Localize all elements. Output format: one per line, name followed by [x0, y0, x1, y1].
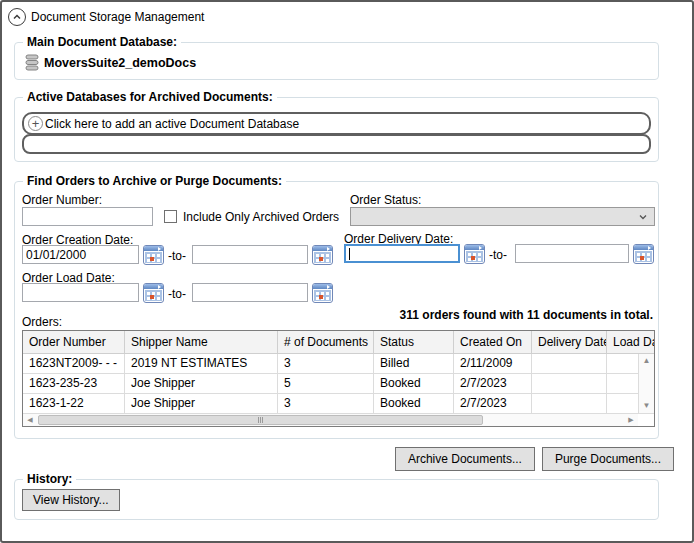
table-row[interactable]: 1623-1-22Joe Shipper3Booked2/7/2023 — [23, 394, 654, 414]
load-date-to-calendar-button[interactable] — [312, 283, 333, 303]
active-databases-group: Active Databases for Archived Documents:… — [14, 97, 659, 162]
table-cell: 1623NT2009- - - — [23, 354, 125, 373]
table-cell: Joe Shipper — [125, 394, 278, 413]
order-number-input[interactable] — [22, 207, 153, 226]
creation-date-to-separator: -to- — [168, 249, 186, 263]
table-cell: 2/7/2023 — [454, 394, 532, 413]
delivery-date-from-input[interactable] — [344, 244, 460, 263]
table-cell: 5 — [278, 374, 374, 393]
load-date-to-input[interactable] — [192, 283, 308, 302]
load-date-from-calendar-button[interactable] — [143, 283, 164, 303]
active-databases-group-label: Active Databases for Archived Documents: — [23, 90, 277, 104]
history-group: History: View History... — [14, 479, 659, 520]
column-header[interactable]: Created On — [454, 331, 532, 353]
main-database-item[interactable]: MoversSuite2_demoDocs — [25, 54, 196, 71]
table-cell — [532, 394, 607, 413]
column-header[interactable]: Load Date — [607, 331, 655, 353]
delivery-date-to-calendar-button[interactable] — [633, 244, 654, 264]
add-document-database-label: Click here to add an active Document Dat… — [45, 117, 299, 131]
table-cell: 3 — [278, 394, 374, 413]
document-storage-management-panel: Document Storage Management Main Documen… — [0, 0, 694, 543]
include-archived-checkbox[interactable] — [164, 210, 177, 223]
delivery-date-to-input[interactable] — [515, 244, 629, 263]
table-cell: 2019 NT ESTIMATES — [125, 354, 278, 373]
column-header[interactable]: # of Documents — [278, 331, 374, 353]
order-number-label: Order Number: — [22, 193, 102, 207]
orders-table-body: 1623NT2009- - -2019 NT ESTIMATES3Billed2… — [23, 354, 654, 414]
include-archived-label: Include Only Archived Orders — [183, 210, 339, 224]
active-databases-list[interactable] — [22, 134, 651, 154]
order-status-label: Order Status: — [350, 193, 421, 207]
main-database-group: Main Document Database: MoversSuite2_dem… — [14, 42, 659, 80]
table-row[interactable]: 1623-235-23Joe Shipper5Booked2/7/2023 — [23, 374, 654, 394]
table-cell — [532, 354, 607, 373]
column-header[interactable]: Delivery Date — [532, 331, 607, 353]
action-buttons-row: Archive Documents... Purge Documents... — [14, 447, 674, 471]
table-row[interactable]: 1623NT2009- - -2019 NT ESTIMATES3Billed2… — [23, 354, 654, 374]
column-header[interactable]: Order Number — [23, 331, 125, 353]
scroll-up-icon[interactable]: ▲ — [639, 354, 654, 368]
history-group-label: History: — [23, 472, 76, 486]
scroll-right-icon[interactable]: ▶ — [624, 414, 638, 426]
main-database-name: MoversSuite2_demoDocs — [44, 56, 196, 70]
creation-date-from-calendar-button[interactable] — [143, 245, 164, 265]
table-cell: 1623-235-23 — [23, 374, 125, 393]
find-orders-group-label: Find Orders to Archive or Purge Document… — [23, 174, 286, 188]
scroll-down-icon[interactable]: ▼ — [639, 399, 654, 413]
horizontal-scrollbar[interactable]: ◀ ▶ — [23, 413, 638, 426]
delivery-date-to-separator: -to- — [489, 248, 507, 262]
table-cell: 2/7/2023 — [454, 374, 532, 393]
column-header[interactable]: Shipper Name — [125, 331, 278, 353]
load-date-to-separator: -to- — [168, 287, 186, 301]
scroll-left-icon[interactable]: ◀ — [23, 414, 37, 426]
archive-documents-button[interactable]: Archive Documents... — [395, 447, 535, 471]
orders-table-header: Order NumberShipper Name# of DocumentsSt… — [23, 331, 654, 354]
table-cell: Booked — [374, 394, 454, 413]
column-header[interactable]: Status — [374, 331, 454, 353]
table-cell: 3 — [278, 354, 374, 373]
table-cell: Billed — [374, 354, 454, 373]
table-cell: Joe Shipper — [125, 374, 278, 393]
chevron-up-icon — [11, 11, 23, 23]
add-document-database-button[interactable]: + Click here to add an active Document D… — [22, 112, 651, 135]
creation-date-from-input[interactable] — [22, 245, 139, 264]
table-cell — [532, 374, 607, 393]
plus-icon: + — [28, 116, 43, 131]
text-caret — [349, 248, 350, 260]
orders-label: Orders: — [22, 315, 62, 329]
orders-table: Order NumberShipper Name# of DocumentsSt… — [22, 330, 655, 427]
chevron-down-icon — [638, 213, 648, 221]
view-history-button[interactable]: View History... — [22, 489, 120, 511]
find-orders-group: Find Orders to Archive or Purge Document… — [14, 181, 659, 439]
creation-date-to-input[interactable] — [192, 245, 308, 264]
panel-title: Document Storage Management — [31, 10, 204, 24]
collapse-expander-button[interactable] — [8, 8, 26, 26]
table-cell: 1623-1-22 — [23, 394, 125, 413]
load-date-from-input[interactable] — [22, 283, 139, 302]
table-cell: 2/11/2009 — [454, 354, 532, 373]
creation-date-to-calendar-button[interactable] — [312, 245, 333, 265]
order-status-dropdown[interactable] — [350, 207, 655, 226]
database-icon — [25, 54, 39, 71]
delivery-date-from-calendar-button[interactable] — [464, 244, 485, 264]
horizontal-scrollbar-thumb[interactable] — [38, 415, 483, 425]
vertical-scrollbar[interactable]: ▲ ▼ — [638, 354, 654, 413]
purge-documents-button[interactable]: Purge Documents... — [542, 447, 674, 471]
results-summary: 311 orders found with 11 documents in to… — [400, 308, 653, 322]
main-database-group-label: Main Document Database: — [23, 35, 181, 49]
table-cell: Booked — [374, 374, 454, 393]
